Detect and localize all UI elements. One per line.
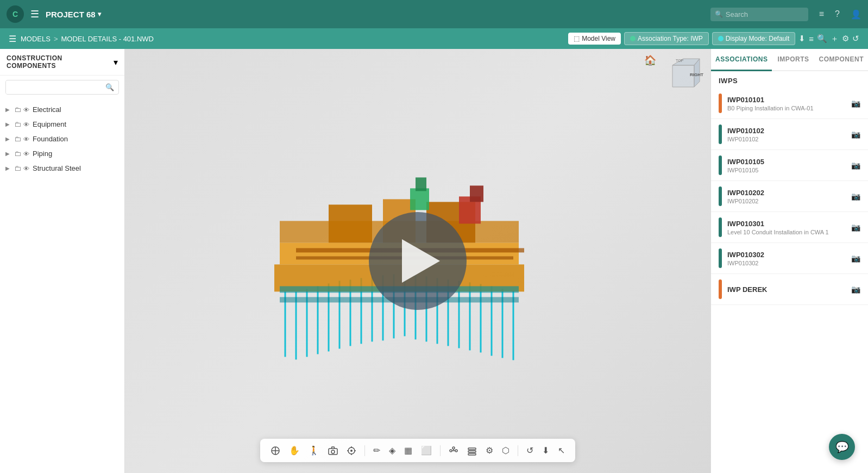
settings-tool-button[interactable]: ⚙ <box>483 443 496 458</box>
download-nav-icon[interactable]: ⬇ <box>798 34 806 43</box>
secondary-menu-toggle[interactable]: ☰ <box>9 34 16 44</box>
tree-item-piping[interactable]: ▶ 🗀 👁 Piping <box>0 146 124 161</box>
tree-items: ▶ 🗀 👁 Electrical ▶ 🗀 👁 Equipment ▶ 🗀 👁 F… <box>0 99 124 179</box>
iwp-info: IWP DEREK <box>727 285 846 294</box>
chevron-down-icon: ▾ <box>98 10 101 18</box>
tree-item-structural-steel[interactable]: ▶ 🗀 👁 Structural Steel <box>0 161 124 176</box>
search-input[interactable] <box>710 8 808 21</box>
tree-item-electrical[interactable]: ▶ 🗀 👁 Electrical <box>0 102 124 117</box>
tree-item-equipment[interactable]: ▶ 🗀 👁 Equipment <box>0 117 124 132</box>
sidebar-search-input[interactable] <box>6 81 101 94</box>
refresh-tool-button[interactable]: ↺ <box>524 443 536 458</box>
plus-nav-icon[interactable]: ＋ <box>831 34 839 44</box>
chat-bubble-button[interactable]: 💬 <box>829 434 855 460</box>
iwp-camera-icon[interactable]: 📷 <box>851 254 860 263</box>
svg-rect-37 <box>410 188 429 210</box>
iwp-list-item[interactable]: IWP010202 IWP010202 📷 <box>711 181 868 212</box>
svg-text:RIGHT: RIGHT <box>690 72 703 77</box>
sidebar-chevron-icon: ▾ <box>114 57 118 67</box>
iwp-description: IWP010105 <box>727 167 846 173</box>
search-icon: 🔍 <box>715 10 723 18</box>
tree-item-label: Foundation <box>33 135 68 143</box>
play-triangle-icon <box>402 239 440 283</box>
display-indicator <box>718 36 724 41</box>
iwp-list-item[interactable]: IWP010301 Level 10 Conduit Installation … <box>711 212 868 243</box>
iwp-camera-icon[interactable]: 📷 <box>851 285 860 294</box>
tab-imports[interactable]: IMPORTS <box>772 49 814 71</box>
select-tool-button[interactable] <box>268 444 283 458</box>
sidebar-title: CONSTRUCTION COMPONENTS <box>7 54 110 70</box>
iwp-id: IWP010202 <box>727 189 846 197</box>
eye-icon: 👁 <box>23 151 29 157</box>
sidebar-search-button[interactable]: 🔍 <box>101 80 118 94</box>
iwp-color-indicator <box>719 125 722 144</box>
sidebar-header[interactable]: CONSTRUCTION COMPONENTS ▾ <box>0 49 124 76</box>
play-button[interactable] <box>369 212 467 310</box>
expand-icon: ▶ <box>5 151 12 157</box>
user-icon[interactable]: 👤 <box>851 9 861 20</box>
iwp-info: IWP010105 IWP010105 <box>727 158 846 173</box>
eye-icon: 👁 <box>23 136 29 142</box>
settings-nav-icon[interactable]: ⚙ <box>842 34 849 43</box>
iwp-description: IWP010102 <box>727 136 846 142</box>
iwp-camera-icon[interactable]: 📷 <box>851 130 860 139</box>
menu-icon[interactable]: ≡ <box>819 9 824 19</box>
iwp-list-item[interactable]: IWP DEREK 📷 <box>711 274 868 305</box>
list-nav-icon[interactable]: ≡ <box>809 34 814 43</box>
refresh-nav-icon[interactable]: ↺ <box>852 34 859 43</box>
box-tool-button[interactable]: ⬜ <box>418 443 435 458</box>
iwp-description: B0 Piping Installation in CWA-01 <box>727 105 846 111</box>
svg-rect-58 <box>468 451 476 452</box>
iwp-camera-icon[interactable]: 📷 <box>851 223 860 232</box>
toolbar-icons: ⬚ Model View Association Type: IWP Displ… <box>568 32 859 45</box>
iwp-color-indicator <box>719 279 722 299</box>
svg-rect-30 <box>329 204 372 242</box>
display-mode-button[interactable]: Display Mode: Default <box>712 32 795 45</box>
folder-icon: 🗀 <box>14 135 21 143</box>
model-view-button[interactable]: ⬚ Model View <box>568 33 621 45</box>
folder-icon: 🗀 <box>14 150 21 158</box>
viewport[interactable]: 🏠 RIGHT TOP <box>125 49 710 473</box>
cursor-tool-button[interactable]: ↖ <box>555 443 568 458</box>
iwp-camera-icon[interactable]: 📷 <box>851 192 860 201</box>
help-icon[interactable]: ? <box>835 9 840 19</box>
home-icon[interactable]: 🏠 <box>644 54 656 66</box>
iwp-info: IWP010301 Level 10 Conduit Installation … <box>727 220 846 235</box>
iwp-id: IWP010105 <box>727 158 846 166</box>
app-logo[interactable]: C <box>7 5 24 23</box>
walk-tool-button[interactable]: 🚶 <box>306 443 322 458</box>
node-tool-button[interactable] <box>446 444 461 458</box>
folder-icon: 🗀 <box>14 164 21 172</box>
section-tool-button[interactable]: ▦ <box>401 443 415 458</box>
toolbar-divider <box>364 445 365 456</box>
camera-tool-button[interactable] <box>325 444 341 458</box>
pan-tool-button[interactable]: ✋ <box>286 443 303 458</box>
hamburger-menu[interactable]: ☰ <box>30 8 39 20</box>
association-type-button[interactable]: Association Type: IWP <box>624 32 709 45</box>
tree-item-foundation[interactable]: ▶ 🗀 👁 Foundation <box>0 132 124 146</box>
iwp-list-item[interactable]: IWP010302 IWP010302 📷 <box>711 243 868 274</box>
layers-tool-button[interactable] <box>464 444 480 458</box>
tab-component[interactable]: COMPONENT <box>815 49 869 71</box>
expand-icon: ▶ <box>5 136 12 142</box>
measure-tool-button[interactable]: ⬡ <box>499 443 512 458</box>
project-title[interactable]: PROJECT 68 ▾ <box>46 10 101 19</box>
iwp-camera-icon[interactable]: 📷 <box>851 161 860 170</box>
iwp-camera-icon[interactable]: 📷 <box>851 99 860 108</box>
iwp-list-item[interactable]: IWP010105 IWP010105 📷 <box>711 150 868 181</box>
iwp-info: IWP010101 B0 Piping Installation in CWA-… <box>727 96 846 111</box>
cube-navigation[interactable]: RIGHT TOP <box>662 54 705 98</box>
download-tool-button[interactable]: ⬇ <box>539 443 552 458</box>
zoom-nav-icon[interactable]: 🔍 <box>817 34 827 43</box>
edit-tool-button[interactable]: ✏ <box>370 443 383 458</box>
breadcrumb-detail: MODEL DETAILS - 401.NWD <box>61 35 154 43</box>
tab-associations[interactable]: ASSOCIATIONS <box>711 49 772 71</box>
markup-tool-button[interactable]: ◈ <box>386 443 398 458</box>
folder-icon: 🗀 <box>14 120 21 128</box>
iwp-id: IWP010101 <box>727 96 846 104</box>
iwp-id: IWP010102 <box>727 127 846 135</box>
focus-tool-button[interactable] <box>344 444 359 458</box>
breadcrumb-models[interactable]: MODELS <box>21 35 51 43</box>
iwp-list-item[interactable]: IWP010102 IWP010102 📷 <box>711 119 868 150</box>
iwp-list-item[interactable]: IWP010101 B0 Piping Installation in CWA-… <box>711 88 868 119</box>
